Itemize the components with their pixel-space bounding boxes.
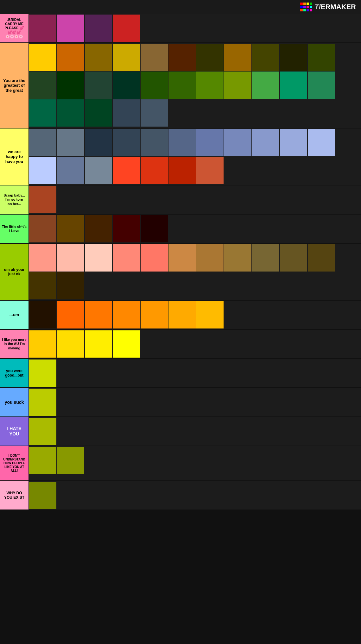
- list-item: [308, 44, 335, 71]
- list-item: [29, 447, 56, 474]
- logo-cell: [303, 3, 306, 5]
- list-item: [308, 129, 335, 156]
- tier-items-ilike: [28, 330, 361, 358]
- list-item: [113, 215, 140, 242]
- list-item: [29, 482, 56, 509]
- tier-items-whydo: [28, 481, 361, 510]
- tier-items-dotum: [28, 301, 361, 329]
- list-item: [113, 330, 140, 358]
- list-item: [29, 129, 56, 156]
- list-item: [85, 157, 112, 184]
- tier-row-greatest: You are the greatest of the great: [0, 43, 361, 128]
- list-item: [85, 215, 112, 242]
- logo-cell: [300, 6, 303, 8]
- list-item: [113, 157, 140, 184]
- list-item: [29, 330, 56, 358]
- list-item: [141, 129, 168, 156]
- tier-row-whydo: WHY DO YOU EXIST: [0, 481, 361, 510]
- list-item: [196, 301, 224, 328]
- tier-items-yousuck: [28, 388, 361, 416]
- logo-cell: [303, 9, 306, 11]
- list-item: [29, 360, 56, 387]
- tier-row-happy: we are happy to have you: [0, 128, 361, 185]
- list-item: [57, 157, 84, 184]
- tier-row-umok: um ok your just ok: [0, 244, 361, 301]
- tier-table: .BRIDAL CARRY ME PLEASE 💕💕💕💕🌸🌸🌸🌸 You are…: [0, 14, 361, 510]
- list-item: [141, 244, 168, 272]
- list-item: [141, 44, 168, 71]
- tiermaker-logo: TiERMAKER: [300, 3, 356, 11]
- list-item: [85, 330, 112, 358]
- logo-text: TiERMAKER: [315, 3, 356, 11]
- logo-cell: [307, 3, 309, 5]
- tier-label-scrap: Scrap baby...I'm so tornon her...: [0, 185, 28, 214]
- list-item: [168, 129, 196, 156]
- tier-row-bridal: .BRIDAL CARRY ME PLEASE 💕💕💕💕🌸🌸🌸🌸: [0, 14, 361, 43]
- list-item: [308, 244, 335, 272]
- tier-label-idontunderstand: I DON'T UNDERSTAND HOW PEOPLE LIKE YOU A…: [0, 446, 28, 480]
- list-item: [280, 44, 307, 71]
- list-item: [168, 157, 196, 184]
- list-item: [85, 44, 112, 71]
- list-item: [57, 44, 84, 71]
- list-item: [57, 447, 84, 474]
- tier-label-happy: we are happy to have you: [0, 128, 28, 185]
- list-item: [57, 72, 84, 99]
- tier-label-ilike: I like you more in the AU I'm making: [0, 330, 28, 358]
- list-item: [252, 72, 279, 99]
- list-item: [85, 301, 112, 328]
- tier-items-idontunderstand: [28, 446, 361, 480]
- logo-cell: [300, 9, 303, 11]
- logo-cell: [303, 6, 306, 8]
- list-item: [141, 99, 168, 127]
- tier-label-ihateyou: I HATE YOU: [0, 417, 28, 446]
- tier-items-umok: [28, 244, 361, 300]
- list-item: [85, 15, 112, 42]
- list-item: [252, 44, 279, 71]
- list-item: [113, 244, 140, 272]
- list-item: [168, 244, 196, 272]
- list-item: [224, 244, 251, 272]
- logo-er-text: ERMAKER: [321, 3, 356, 11]
- tier-label-bridal: .BRIDAL CARRY ME PLEASE 💕💕💕💕🌸🌸🌸🌸: [0, 14, 28, 42]
- list-item: [85, 129, 112, 156]
- list-item: [57, 15, 84, 42]
- list-item: [57, 330, 84, 358]
- list-item: [280, 244, 307, 272]
- tier-label-yousuck: you suck: [0, 388, 28, 416]
- list-item: [85, 72, 112, 99]
- list-item: [57, 244, 84, 272]
- tier-items-youwere: [28, 359, 361, 387]
- list-item: [85, 244, 112, 272]
- tier-items-greatest: [28, 43, 361, 128]
- tier-row-ihateyou: I HATE YOU: [0, 417, 361, 446]
- tier-row-scrap: Scrap baby...I'm so tornon her...: [0, 185, 361, 215]
- logo-cell: [310, 6, 312, 8]
- tier-items-ihateyou: [28, 417, 361, 446]
- list-item: [29, 157, 56, 184]
- list-item: [280, 72, 307, 99]
- list-item: [29, 44, 56, 71]
- logo-cell: [300, 3, 303, 5]
- list-item: [113, 15, 140, 42]
- logo-cell: [310, 9, 312, 11]
- logo-cell: [307, 6, 309, 8]
- list-item: [224, 44, 251, 71]
- list-item: [113, 301, 140, 328]
- list-item: [29, 389, 56, 416]
- list-item: [252, 129, 279, 156]
- list-item: [113, 99, 140, 127]
- list-item: [252, 244, 279, 272]
- tier-row-dotum: ...um: [0, 301, 361, 330]
- list-item: [308, 72, 335, 99]
- list-item: [113, 129, 140, 156]
- tier-row-ilike: I like you more in the AU I'm making: [0, 330, 361, 359]
- list-item: [196, 157, 224, 184]
- list-item: [29, 301, 56, 328]
- list-item: [280, 129, 307, 156]
- tier-row-idontunderstand: I DON'T UNDERSTAND HOW PEOPLE LIKE YOU A…: [0, 446, 361, 481]
- list-item: [57, 129, 84, 156]
- tier-items-little: [28, 215, 361, 243]
- list-item: [57, 99, 84, 127]
- list-item: [168, 44, 196, 71]
